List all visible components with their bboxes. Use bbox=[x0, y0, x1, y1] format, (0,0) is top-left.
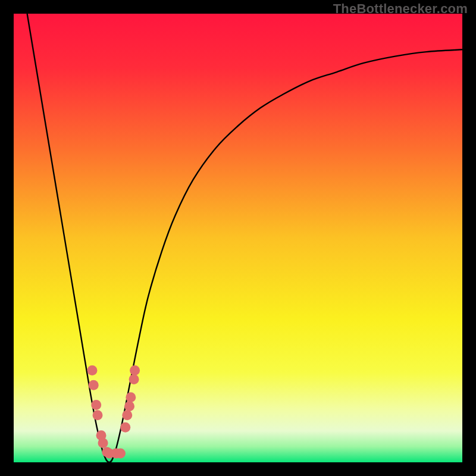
benchmark-point bbox=[98, 438, 108, 448]
benchmark-point bbox=[120, 422, 130, 433]
benchmark-point bbox=[91, 400, 101, 410]
benchmark-point bbox=[126, 392, 136, 402]
plot-svg bbox=[14, 14, 462, 462]
benchmark-point bbox=[89, 380, 99, 390]
benchmark-point bbox=[122, 410, 132, 420]
plot-area bbox=[14, 14, 462, 462]
benchmark-point bbox=[92, 410, 102, 420]
benchmark-point bbox=[115, 448, 126, 458]
benchmark-point bbox=[130, 365, 140, 375]
benchmark-point bbox=[124, 401, 134, 411]
figure-container: TheBottlenecker.com bbox=[0, 0, 476, 476]
benchmark-point bbox=[129, 374, 139, 384]
gradient-background bbox=[14, 14, 462, 462]
benchmark-point bbox=[87, 365, 97, 375]
attribution-text: TheBottlenecker.com bbox=[333, 1, 468, 17]
